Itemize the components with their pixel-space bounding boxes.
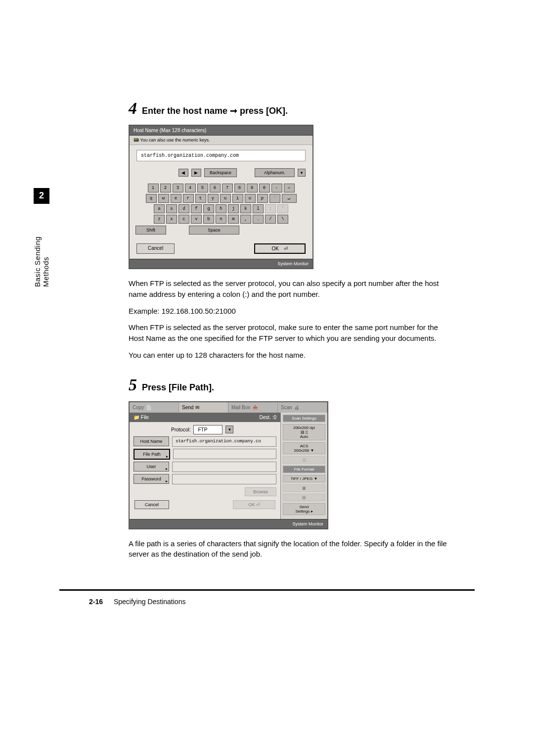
- key-d[interactable]: d: [178, 204, 189, 213]
- cursor-left-button[interactable]: ◀: [178, 169, 188, 177]
- acs-dropdown[interactable]: ACS 200x200 ▼: [283, 442, 325, 454]
- cursor-right-button[interactable]: ▶: [191, 169, 201, 177]
- dropdown-arrow-icon[interactable]: ▼: [298, 169, 306, 177]
- key-4[interactable]: 4: [185, 184, 196, 192]
- key-equals[interactable]: =: [284, 184, 295, 192]
- key-x[interactable]: x: [166, 215, 177, 224]
- key-i[interactable]: i: [232, 194, 243, 203]
- hostname-keyboard-screenshot: Host Name (Max 128 characters) 📟 You can…: [129, 125, 313, 269]
- backspace-button[interactable]: Backspace: [204, 168, 237, 177]
- file-format-dropdown[interactable]: TIFF / JPEG ▼: [283, 475, 325, 482]
- dpi-display: 200x200 dpi ▤ ▯ Auto: [283, 424, 325, 440]
- key-comma[interactable]: ,: [240, 215, 251, 224]
- space-key[interactable]: Space: [189, 226, 239, 235]
- key-q[interactable]: q: [146, 194, 157, 203]
- key-backtick[interactable]: `: [269, 194, 280, 203]
- mailbox-icon: 📥: [252, 405, 258, 410]
- cancel-button[interactable]: Cancel: [134, 500, 169, 509]
- stamp-option: ▦: [283, 484, 325, 492]
- key-k[interactable]: k: [240, 204, 251, 213]
- key-8[interactable]: 8: [234, 184, 245, 192]
- key-v[interactable]: v: [191, 215, 202, 224]
- key-r[interactable]: r: [183, 194, 194, 203]
- password-button[interactable]: Password▸: [134, 474, 169, 484]
- book-option: ▤: [283, 494, 325, 501]
- ok-button-disabled: OK ⏎: [233, 500, 275, 509]
- step-5-heading: 5 Press [File Path].: [129, 376, 455, 394]
- system-monitor-footer[interactable]: System Monitor: [130, 259, 312, 268]
- key-y[interactable]: y: [208, 194, 219, 203]
- key-u[interactable]: u: [220, 194, 231, 203]
- key-m[interactable]: m: [228, 215, 239, 224]
- key-w[interactable]: w: [158, 194, 169, 203]
- send-settings-button[interactable]: Send Settings ▸: [283, 503, 325, 515]
- system-monitor-footer[interactable]: System Monitor: [130, 519, 327, 528]
- key-a[interactable]: a: [154, 204, 165, 213]
- key-f[interactable]: f: [191, 204, 202, 213]
- protocol-dropdown[interactable]: FTP: [193, 425, 222, 434]
- step5-para1: A file path is a series of characters th…: [129, 538, 455, 560]
- step-title: Enter the host name ➞ press [OK].: [142, 105, 288, 116]
- dropdown-arrow-icon[interactable]: ▼: [225, 425, 233, 433]
- key-1[interactable]: 1: [148, 184, 159, 192]
- key-slash[interactable]: /: [265, 215, 276, 224]
- hostname-button[interactable]: Host Name: [134, 436, 169, 446]
- key-l[interactable]: l: [253, 204, 264, 213]
- onscreen-keyboard: 1 2 3 4 5 6 7 8 9 0 - = q w e r: [130, 181, 312, 240]
- key-2[interactable]: 2: [160, 184, 171, 192]
- user-value: [172, 462, 276, 472]
- page-footer: 2-16 Specifying Destinations: [59, 598, 475, 606]
- step-4-heading: 4 Enter the host name ➞ press [OK].: [129, 99, 455, 118]
- key-6[interactable]: 6: [210, 184, 221, 192]
- filepath-button[interactable]: File Path▸: [134, 449, 170, 460]
- key-5[interactable]: 5: [197, 184, 208, 192]
- key-o[interactable]: o: [245, 194, 256, 203]
- ok-button[interactable]: OK⏎: [254, 243, 306, 254]
- two-sided-option: ◻: [283, 456, 325, 464]
- filepath-screenshot: Copy📄 Send✉ Mail Box📥 Scan🖨 📁 File Dest.…: [129, 401, 328, 529]
- tab-send[interactable]: Send✉: [179, 402, 228, 413]
- key-backslash[interactable]: \: [277, 215, 288, 224]
- key-minus[interactable]: -: [271, 184, 282, 192]
- key-apostrophe[interactable]: ': [277, 204, 288, 213]
- file-format-header: File Format: [283, 466, 325, 473]
- key-c[interactable]: c: [178, 215, 189, 224]
- key-9[interactable]: 9: [247, 184, 258, 192]
- key-b[interactable]: b: [203, 215, 214, 224]
- cancel-button[interactable]: Cancel: [136, 243, 175, 254]
- section-title: Specifying Destinations: [114, 598, 186, 606]
- tab-scan[interactable]: Scan🖨: [278, 402, 327, 413]
- key-g[interactable]: g: [203, 204, 214, 213]
- password-value: [172, 474, 276, 484]
- dialog-title: Host Name (Max 128 characters): [130, 126, 312, 136]
- input-mode-dropdown[interactable]: Alphanum.: [255, 168, 295, 177]
- hostname-input[interactable]: starfish.organization.company.com: [136, 150, 306, 161]
- key-7[interactable]: 7: [222, 184, 233, 192]
- enter-icon: ⏎: [284, 246, 288, 251]
- key-0[interactable]: 0: [259, 184, 270, 192]
- key-p[interactable]: p: [257, 194, 268, 203]
- shift-key[interactable]: Shift: [135, 226, 166, 235]
- browse-button[interactable]: Browse: [245, 487, 276, 496]
- step-title: Press [File Path].: [142, 382, 214, 393]
- tab-copy[interactable]: Copy📄: [130, 402, 179, 413]
- key-n[interactable]: n: [216, 215, 226, 224]
- key-t[interactable]: t: [195, 194, 206, 203]
- key-s[interactable]: s: [166, 204, 177, 213]
- key-j[interactable]: j: [228, 204, 239, 213]
- key-3[interactable]: 3: [173, 184, 183, 192]
- page-number: 2-16: [89, 598, 103, 606]
- protocol-label: Protocol:: [171, 427, 190, 432]
- key-semicolon[interactable]: ;: [265, 204, 276, 213]
- user-button[interactable]: User▸: [134, 462, 169, 472]
- step4-para3: When FTP is selected as the server proto…: [129, 322, 455, 344]
- key-z[interactable]: z: [154, 215, 165, 224]
- scan-icon: 🖨: [294, 405, 299, 410]
- tab-mailbox[interactable]: Mail Box📥: [228, 402, 278, 413]
- key-e[interactable]: e: [171, 194, 181, 203]
- folder-icon: 📁: [134, 415, 139, 420]
- key-period[interactable]: .: [253, 215, 264, 224]
- hostname-value: starfish.organization.company.co: [172, 436, 276, 447]
- key-enter[interactable]: ↵: [282, 194, 297, 203]
- key-h[interactable]: h: [216, 204, 226, 213]
